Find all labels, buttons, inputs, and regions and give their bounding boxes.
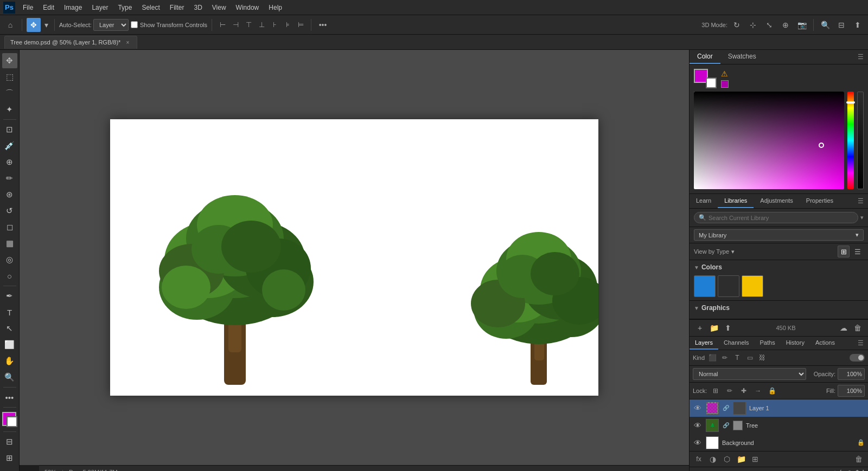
delete-button[interactable]: 🗑	[852, 322, 864, 334]
layer-item-layer1[interactable]: 👁 🔗 Layer 1	[690, 399, 868, 417]
file-tab-close[interactable]: ×	[124, 38, 131, 46]
tab-paths[interactable]: Paths	[755, 337, 781, 350]
menu-3d[interactable]: 3D	[189, 3, 206, 12]
magic-wand-tool[interactable]: ✦	[2, 102, 17, 117]
tab-adjustments[interactable]: Adjustments	[754, 194, 800, 208]
heal-tool[interactable]: ⊕	[2, 154, 17, 170]
channel-icon[interactable]: ✦	[832, 469, 838, 471]
add-asset-button[interactable]: +	[694, 322, 706, 334]
color-icon[interactable]: ⬟	[854, 469, 860, 471]
tab-libraries[interactable]: Libraries	[718, 194, 754, 208]
layer1-visibility[interactable]: 👁	[693, 403, 703, 413]
path-selection-tool[interactable]: ↖	[2, 321, 17, 336]
filter-toggle[interactable]	[850, 354, 865, 362]
text-tool[interactable]: T	[2, 305, 17, 320]
info-icon[interactable]: ℹ	[862, 469, 865, 471]
hand-tool[interactable]: ✋	[2, 353, 17, 369]
new-layer-button[interactable]: ⊞	[749, 453, 761, 465]
stamp-tool[interactable]: ⊛	[2, 187, 17, 202]
layer-item-background[interactable]: 👁 Background 🔒	[690, 434, 868, 451]
pen-tool[interactable]: ✒	[2, 288, 17, 304]
move-tool-button[interactable]: ✥	[27, 18, 41, 32]
file-tab[interactable]: Tree demo.psd @ 50% (Layer 1, RGB/8)* ×	[4, 36, 137, 49]
library-search-input[interactable]	[709, 215, 853, 221]
bg-visibility[interactable]: 👁	[693, 438, 703, 448]
color-panel-menu[interactable]: ☰	[853, 50, 868, 64]
align-left[interactable]: ⊢	[216, 19, 228, 31]
tree-visibility[interactable]: 👁	[693, 421, 703, 430]
layers-panel-menu[interactable]: ☰	[853, 337, 868, 350]
lock-transparent[interactable]: ⊞	[710, 385, 721, 396]
eyedropper-tool[interactable]: 💉	[2, 138, 17, 153]
fill-input[interactable]	[838, 385, 865, 397]
brush-tool[interactable]: ✏	[2, 171, 17, 186]
view-by-type[interactable]: View by Type ▾	[694, 248, 735, 255]
auto-select-dropdown[interactable]: Layer Group	[93, 19, 129, 31]
color-gradient[interactable]	[694, 92, 844, 189]
marquee-tool[interactable]: ⬚	[2, 69, 17, 85]
menu-help[interactable]: Help	[264, 3, 286, 12]
upload-button[interactable]: ⬆	[722, 322, 734, 334]
grid-view-btn[interactable]: ⊞	[838, 246, 850, 257]
gamut-replacement[interactable]	[721, 80, 729, 88]
list-view-btn[interactable]: ☰	[852, 246, 864, 257]
tab-actions[interactable]: Actions	[810, 337, 840, 350]
3d-pan[interactable]: ⊹	[746, 18, 760, 32]
stamp-icon[interactable]: ⊛	[847, 469, 852, 471]
home-button[interactable]: ⌂	[3, 18, 17, 32]
hue-strip[interactable]	[847, 92, 854, 189]
3d-scale[interactable]: ⤡	[762, 18, 776, 32]
blur-tool[interactable]: ◎	[2, 252, 17, 267]
tab-swatches[interactable]: Swatches	[720, 50, 764, 64]
menu-filter[interactable]: Filter	[165, 3, 189, 12]
menu-view[interactable]: View	[208, 3, 231, 12]
menu-file[interactable]: File	[18, 3, 37, 12]
gradient-tool[interactable]: ▦	[2, 236, 17, 251]
move-tool[interactable]: ✥	[2, 53, 17, 68]
align-right[interactable]: ⊤	[242, 19, 254, 31]
background-color[interactable]	[7, 416, 17, 427]
menu-layer[interactable]: Layer	[87, 3, 112, 12]
graphics-expand[interactable]: ▼	[694, 305, 699, 311]
filter-smart[interactable]: ⛓	[757, 352, 768, 363]
share-button[interactable]: ⬆	[851, 18, 865, 32]
new-group-button[interactable]: 📁	[735, 453, 747, 465]
more-options-button[interactable]: •••	[316, 18, 330, 32]
align-center-h[interactable]: ⊣	[229, 19, 241, 31]
dodge-tool[interactable]: ○	[2, 268, 17, 283]
tab-color[interactable]: Color	[690, 50, 720, 64]
align-bottom[interactable]: ⊧	[282, 19, 293, 31]
filter-adjustment[interactable]: ✏	[719, 352, 730, 363]
3d-rotate[interactable]: ↻	[730, 18, 744, 32]
workspace-button[interactable]: ⊟	[834, 18, 848, 32]
extra-tools[interactable]: •••	[2, 390, 17, 405]
tab-layers[interactable]: Layers	[690, 337, 718, 350]
zoom-tool[interactable]: 🔍	[2, 370, 17, 385]
menu-edit[interactable]: Edit	[39, 3, 59, 12]
menu-image[interactable]: Image	[60, 3, 86, 12]
color-swatch-dark[interactable]	[718, 275, 739, 297]
color-swatch-yellow[interactable]	[742, 275, 763, 297]
3d-camera[interactable]: 📷	[795, 18, 809, 32]
background-well[interactable]	[706, 78, 717, 88]
lock-artboard[interactable]: →	[752, 385, 763, 396]
lasso-tool[interactable]: ⌒	[2, 86, 17, 101]
fx-icon2[interactable]: fx	[840, 469, 845, 471]
menu-window[interactable]: Window	[232, 3, 264, 12]
gamut-warning-icon[interactable]: ⚠	[721, 69, 729, 78]
menu-select[interactable]: Select	[137, 3, 164, 12]
color-swatch-blue[interactable]	[694, 275, 716, 297]
search-button[interactable]: 🔍	[818, 18, 832, 32]
filter-shape[interactable]: ▭	[744, 352, 755, 363]
lock-position[interactable]: ✚	[738, 385, 749, 396]
opacity-strip[interactable]	[857, 92, 864, 189]
create-folder-button[interactable]: 📁	[708, 322, 720, 334]
fx-button[interactable]: fx	[693, 453, 705, 465]
blend-mode-select[interactable]: Normal Multiply Screen Overlay	[693, 368, 806, 380]
history-brush-tool[interactable]: ↺	[2, 203, 17, 218]
align-middle-v[interactable]: ⊦	[269, 19, 280, 31]
colors-expand[interactable]: ▼	[694, 264, 699, 270]
tab-properties[interactable]: Properties	[800, 194, 840, 208]
opacity-input[interactable]	[838, 368, 865, 380]
move-tool-chevron[interactable]: ▾	[42, 18, 50, 32]
